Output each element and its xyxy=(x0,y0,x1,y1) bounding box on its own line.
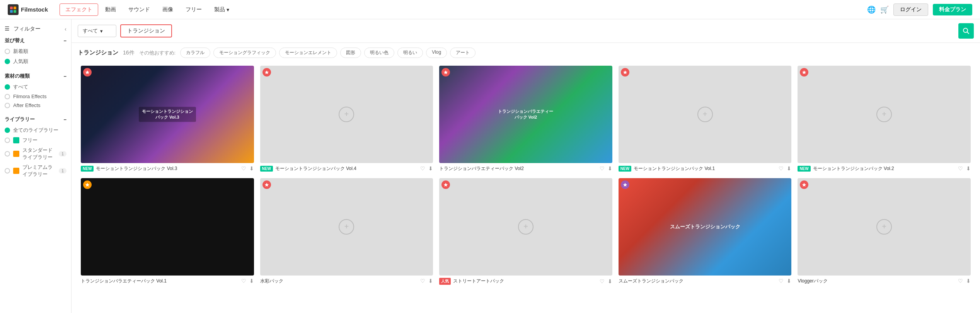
search-bar: すべて ▾ トランジション xyxy=(72,19,980,43)
download-icon-5[interactable]: ⬇ xyxy=(966,165,971,172)
like-icon-3[interactable]: ♡ xyxy=(600,165,605,172)
product-grid: NEW モーショントランジションパック Vol.3 ♡ ⬇ + NEW xyxy=(72,63,980,294)
download-icon-8[interactable]: ⬇ xyxy=(608,278,612,284)
adult-badge-8: 人気 xyxy=(439,278,451,285)
sort-newest[interactable]: 新着順 xyxy=(5,48,66,55)
like-icon-7[interactable]: ♡ xyxy=(420,278,425,284)
like-icon-5[interactable]: ♡ xyxy=(958,165,963,172)
grid-item-2[interactable]: + NEW モーショントランジションパック Vol.4 ♡ ⬇ xyxy=(257,63,436,175)
thumb-4: + xyxy=(619,66,792,163)
nav-item-free[interactable]: フリー xyxy=(180,4,207,15)
search-tag[interactable]: トランジション xyxy=(120,24,172,37)
item-title-7: 水彩パック xyxy=(260,278,418,284)
item-actions-3: ♡ ⬇ xyxy=(600,165,612,172)
logo[interactable]: Filmstock xyxy=(8,4,48,15)
search-button[interactable] xyxy=(958,23,974,39)
download-icon-7[interactable]: ⬇ xyxy=(428,278,433,284)
library-all[interactable]: 全てのライブラリー xyxy=(5,127,66,134)
like-icon-6[interactable]: ♡ xyxy=(241,278,246,284)
download-icon-1[interactable]: ⬇ xyxy=(249,165,254,172)
tag-motion-element[interactable]: モーションエレメント xyxy=(279,48,337,58)
like-icon-1[interactable]: ♡ xyxy=(241,165,246,172)
free-icon xyxy=(13,137,19,143)
download-icon-9[interactable]: ⬇ xyxy=(787,278,791,284)
nav-item-video[interactable]: 動画 xyxy=(100,4,121,15)
item-title-2: モーショントランジションパック Vol.4 xyxy=(275,165,418,172)
radio-popular xyxy=(5,59,10,64)
type-section-header: 素材の種類 − xyxy=(5,73,66,80)
grid-item-6[interactable]: トランジションバラエティーパック Vol.1 ♡ ⬇ xyxy=(78,175,257,288)
item-title-1: モーショントランジションパック Vol.3 xyxy=(96,165,239,172)
pricing-button[interactable]: 料金プラン xyxy=(933,4,972,15)
tag-bright-color[interactable]: 明るい色 xyxy=(364,48,394,58)
item-footer-10: Vloggerパック ♡ ⬇ xyxy=(798,278,971,284)
nav-item-image[interactable]: 画像 xyxy=(157,4,179,15)
category-select[interactable]: すべて ▾ xyxy=(78,25,116,37)
item-actions-5: ♡ ⬇ xyxy=(958,165,971,172)
thumb-5: + xyxy=(798,66,971,163)
like-icon-4[interactable]: ♡ xyxy=(779,165,784,172)
type-all[interactable]: すべて xyxy=(5,83,66,90)
nav-item-sound[interactable]: サウンド xyxy=(123,4,155,15)
login-button[interactable]: ログイン xyxy=(893,3,928,16)
tag-colorful[interactable]: カラフル xyxy=(180,48,210,58)
minus-icon-3[interactable]: − xyxy=(63,117,66,122)
item-actions-8: ♡ ⬇ xyxy=(600,278,612,284)
grid-item-4[interactable]: + NEW モーショントランジションパック Vol.1 ♡ ⬇ xyxy=(615,63,795,175)
radio-type-filmora xyxy=(5,94,10,99)
minus-icon[interactable]: − xyxy=(63,38,66,44)
library-premium[interactable]: プレミアムライブラリー 1 xyxy=(5,164,66,178)
tag-art[interactable]: アート xyxy=(450,48,476,58)
item-title-10: Vloggerパック xyxy=(798,278,956,284)
minus-icon-2[interactable]: − xyxy=(63,73,66,79)
sidebar-collapse-button[interactable]: ‹ xyxy=(65,26,66,32)
cart-icon[interactable]: 🛒 xyxy=(880,5,889,14)
item-footer-7: 水彩パック ♡ ⬇ xyxy=(260,278,433,284)
like-icon-10[interactable]: ♡ xyxy=(958,278,963,284)
badge-8 xyxy=(441,180,450,189)
download-icon-10[interactable]: ⬇ xyxy=(966,278,971,284)
like-icon-8[interactable]: ♡ xyxy=(600,278,605,284)
grid-item-10[interactable]: + Vloggerパック ♡ ⬇ xyxy=(794,175,974,288)
download-icon-6[interactable]: ⬇ xyxy=(249,278,254,284)
chevron-down-icon-2: ▾ xyxy=(100,28,103,34)
nav-item-products[interactable]: 製品 ▾ xyxy=(209,4,235,15)
suggest-label: その他おすすめ: xyxy=(139,49,176,56)
grid-item-1[interactable]: NEW モーショントランジションパック Vol.3 ♡ ⬇ xyxy=(78,63,257,175)
placeholder-8: + xyxy=(518,219,533,235)
premium-icon xyxy=(13,168,19,174)
tag-shape[interactable]: 図形 xyxy=(340,48,361,58)
grid-item-3[interactable]: トランジションバラエティーパック Vol2 ♡ ⬇ xyxy=(436,63,615,175)
badge-7 xyxy=(262,180,271,189)
sort-popular[interactable]: 人気順 xyxy=(5,58,66,65)
header: Filmstock エフェクト 動画 サウンド 画像 フリー 製品 ▾ 🌐 🛒 … xyxy=(0,0,980,19)
thumb-7: + xyxy=(260,178,433,276)
like-icon-9[interactable]: ♡ xyxy=(779,278,784,284)
grid-item-8[interactable]: + 人気 ストリートアートパック ♡ ⬇ xyxy=(436,175,615,288)
grid-item-5[interactable]: + NEW モーショントランジションパック Vol.2 ♡ ⬇ xyxy=(794,63,974,175)
type-filmora[interactable]: Filmora Effects xyxy=(5,94,66,99)
globe-icon[interactable]: 🌐 xyxy=(867,5,876,14)
download-icon-2[interactable]: ⬇ xyxy=(428,165,433,172)
type-aftereffects[interactable]: After Effects xyxy=(5,102,66,108)
library-standard[interactable]: スタンダードライブラリー 1 xyxy=(5,147,66,161)
placeholder-10: + xyxy=(876,219,892,235)
like-icon-2[interactable]: ♡ xyxy=(420,165,425,172)
radio-lib-premium xyxy=(5,168,10,174)
download-icon-3[interactable]: ⬇ xyxy=(608,165,612,172)
new-badge-5: NEW xyxy=(798,166,810,172)
grid-item-9[interactable]: スムーズトランジションパック ♡ ⬇ xyxy=(615,175,795,288)
standard-icon xyxy=(13,151,19,157)
item-title-3: トランジションバラエティーパック Vol2 xyxy=(439,165,597,172)
download-icon-4[interactable]: ⬇ xyxy=(787,165,791,172)
tag-vlog[interactable]: Vlog xyxy=(426,48,447,58)
library-free[interactable]: フリー xyxy=(5,137,66,144)
radio-type-ae xyxy=(5,103,10,108)
item-actions-1: ♡ ⬇ xyxy=(241,165,254,172)
placeholder-5: + xyxy=(876,107,892,122)
tag-motion-graphic[interactable]: モーショングラフィック xyxy=(213,48,276,58)
grid-item-7[interactable]: + 水彩パック ♡ ⬇ xyxy=(257,175,436,288)
tag-bright[interactable]: 明るい xyxy=(397,48,423,58)
nav-item-effects[interactable]: エフェクト xyxy=(60,3,98,16)
radio-lib-standard xyxy=(5,151,10,156)
